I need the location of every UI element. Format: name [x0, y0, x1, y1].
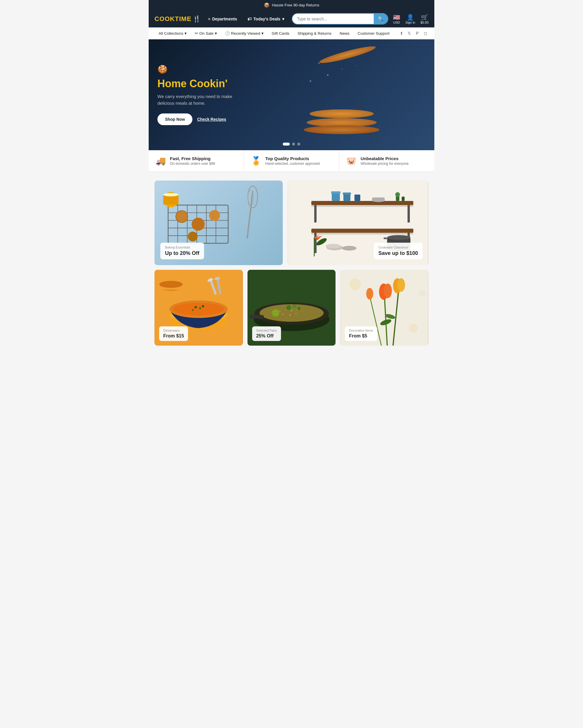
sidebar-item-customer-support[interactable]: Customer Support	[354, 28, 394, 39]
svg-point-56	[173, 303, 224, 316]
dust-particle	[327, 74, 329, 76]
svg-point-58	[199, 307, 201, 309]
twitter-link[interactable]: 𝕏	[406, 29, 412, 38]
facebook-link[interactable]: f	[400, 29, 404, 38]
hero-subtitle: We carry everything you need to make del…	[158, 93, 239, 106]
promo-card-cookware[interactable]: Cookware Clearance Save up to $100	[287, 181, 428, 265]
all-collections-label: All Collections	[159, 31, 183, 35]
logo-fork-icon: 🍴	[193, 15, 200, 23]
recently-viewed-label: Recently Viewed	[231, 31, 260, 35]
pancake-visual	[283, 45, 400, 145]
sign-in-button[interactable]: 👤 Sign in	[406, 14, 415, 24]
svg-point-99	[350, 279, 361, 290]
decorative-title: From $5	[349, 333, 373, 339]
shop-now-button[interactable]: Shop Now	[158, 113, 192, 125]
promo-row-bottom: Dinnerware From $15	[155, 270, 428, 346]
sidebar-item-all-collections[interactable]: All Collections ▾	[155, 27, 191, 39]
svg-point-73	[285, 309, 286, 311]
svg-point-47	[342, 246, 357, 251]
package-icon: 📦	[264, 2, 270, 8]
svg-point-95	[384, 284, 392, 298]
promo-label-pans: Selected Pans 25% Off	[252, 327, 281, 341]
svg-point-14	[188, 232, 198, 241]
feature-shipping: 🚚 Fast, Free Shipping On domestic orders…	[149, 150, 244, 172]
sidebar-item-news[interactable]: News	[335, 28, 354, 39]
shipping-label: Shipping & Returns	[298, 31, 331, 35]
navbar: All Collections ▾ ✂ On Sale ▾ 🕐 Recently…	[149, 27, 434, 40]
cookware-title: Save up to $100	[378, 250, 418, 256]
dot-3[interactable]	[297, 142, 300, 146]
header: COOKTIME 🍴 ≡ Departments 🏷 Today's Deals…	[149, 10, 434, 27]
feature-quality-title: Top Quality Products	[265, 156, 320, 161]
social-icons: f 𝕏 P ◻	[400, 29, 428, 38]
hero-section: 🍪 Home Cookin' We carry everything you n…	[149, 40, 434, 150]
flying-pancake	[318, 44, 377, 66]
svg-point-71	[259, 304, 324, 322]
promo-card-pans[interactable]: Selected Pans 25% Off	[248, 270, 336, 346]
hero-title: Home Cookin'	[158, 78, 239, 90]
sale-icon: ✂	[195, 31, 198, 35]
svg-rect-27	[311, 233, 413, 234]
decorative-category: Decorative Items	[349, 329, 373, 332]
carousel-dots	[283, 142, 300, 146]
feature-shipping-desc: On domestic orders over $99	[170, 162, 215, 166]
customer-support-label: Customer Support	[358, 31, 390, 35]
cart-button[interactable]: 🛒 $0.00	[420, 14, 428, 24]
search-input[interactable]	[293, 14, 374, 24]
cart-icon: 🛒	[421, 14, 428, 21]
currency-selector[interactable]: 🇺🇸 USD	[393, 14, 400, 24]
promo-row-top: Baking Essentials Up to 20% Off	[155, 181, 428, 265]
hero-content: 🍪 Home Cookin' We carry everything you n…	[158, 64, 239, 125]
departments-label: Departments	[212, 17, 237, 21]
pancake-stack	[304, 109, 380, 133]
medal-icon: 🏅	[251, 156, 261, 166]
search-bar: 🔍	[292, 13, 388, 25]
logo[interactable]: COOKTIME 🍴	[155, 15, 200, 23]
svg-point-77	[282, 314, 284, 315]
promo-label-dinnerware: Dinnerware From $15	[159, 327, 188, 341]
svg-point-20	[163, 193, 178, 196]
dinnerware-category: Dinnerware	[163, 329, 184, 332]
svg-point-63	[159, 281, 183, 288]
dot-2[interactable]	[292, 142, 295, 146]
sidebar-item-on-sale[interactable]: ✂ On Sale ▾	[191, 27, 221, 39]
svg-point-100	[409, 324, 418, 333]
feature-prices-title: Unbeatable Prices	[361, 156, 409, 161]
svg-point-76	[302, 311, 304, 312]
svg-point-44	[387, 235, 411, 240]
today-deals-button[interactable]: 🏷 Today's Deals ▾	[245, 15, 287, 23]
menu-icon: ≡	[208, 17, 211, 21]
chevron-down-icon: ▾	[261, 31, 263, 35]
svg-rect-33	[343, 192, 351, 194]
dust-particle	[310, 80, 311, 82]
sidebar-item-recently-viewed[interactable]: 🕐 Recently Viewed ▾	[221, 27, 268, 39]
chevron-down-icon: ▾	[282, 17, 284, 21]
signin-label: Sign in	[406, 21, 415, 24]
promo-card-decorative[interactable]: Decorative Items From $5	[340, 270, 428, 346]
hero-image	[249, 40, 434, 150]
departments-button[interactable]: ≡ Departments	[205, 15, 240, 23]
svg-point-13	[209, 210, 220, 221]
svg-point-79	[295, 313, 297, 314]
header-right: 🇺🇸 USD 👤 Sign in 🛒 $0.00	[393, 14, 428, 24]
feature-quality: 🏅 Top Quality Products Hand-selected, cu…	[244, 150, 339, 172]
svg-point-74	[290, 310, 293, 312]
promo-card-baking[interactable]: Baking Essentials Up to 20% Off	[155, 181, 283, 265]
promo-label-baking: Baking Essentials Up to 20% Off	[160, 243, 204, 259]
search-button[interactable]: 🔍	[374, 14, 388, 24]
feature-prices: 🐷 Unbeatable Prices Wholesale pricing fo…	[339, 150, 434, 172]
pancake-layer-1	[304, 125, 380, 134]
feature-prices-text: Unbeatable Prices Wholesale pricing for …	[361, 156, 409, 166]
sidebar-item-gift-cards[interactable]: Gift Cards	[268, 28, 294, 39]
dot-1[interactable]	[283, 142, 290, 146]
promo-card-dinnerware[interactable]: Dinnerware From $15	[155, 270, 243, 346]
svg-rect-87	[249, 315, 264, 318]
pinterest-link[interactable]: P	[415, 29, 420, 38]
instagram-link[interactable]: ◻	[423, 29, 428, 38]
svg-rect-22	[311, 201, 413, 205]
svg-point-98	[366, 288, 373, 300]
sidebar-item-shipping[interactable]: Shipping & Returns	[294, 28, 335, 39]
feature-quality-desc: Hand-selected, customer approved	[265, 162, 320, 166]
svg-point-78	[289, 314, 291, 316]
check-recipes-button[interactable]: Check Recipes	[197, 117, 226, 122]
